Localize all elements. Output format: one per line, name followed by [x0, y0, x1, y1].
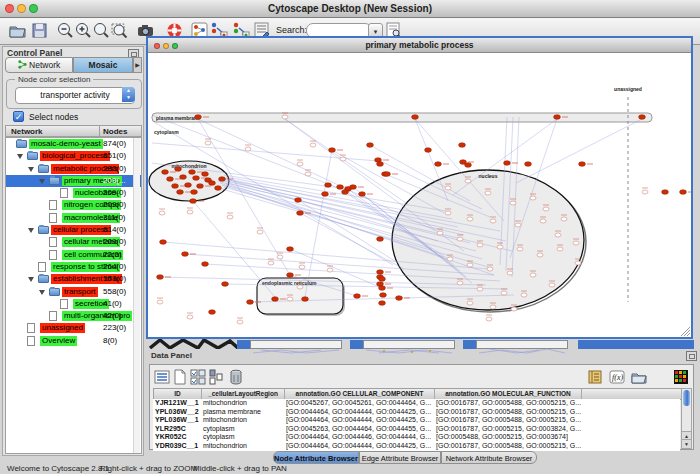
tree-item-count: 558(0) — [103, 287, 126, 297]
table-scrollbar-thumb[interactable] — [683, 390, 690, 406]
background-window-2[interactable] — [237, 340, 250, 349]
table-row[interactable]: YJR121W__1mitochondrion[GO:0045267, GO:0… — [153, 399, 680, 408]
table-cell: YLR295C — [153, 425, 201, 434]
attribute-batch-icon[interactable] — [190, 369, 206, 385]
tab-network[interactable]: Network — [5, 57, 73, 73]
expand-arrow-icon[interactable] — [28, 228, 34, 233]
tree-row[interactable]: biological_process651(0) — [6, 150, 141, 162]
expand-arrow-icon[interactable] — [28, 167, 34, 172]
expand-arrow-icon[interactable] — [39, 290, 45, 295]
tree-row[interactable]: primary metabo209(... — [6, 175, 141, 187]
save-session-icon[interactable] — [30, 21, 49, 40]
tree-item-count: 874(0) — [103, 139, 126, 149]
delete-attribute-icon[interactable] — [228, 369, 244, 385]
tab-edge-attribute-browser[interactable]: Edge Attribute Browser — [359, 451, 441, 464]
tree-row[interactable]: nitrogen compo209(0) — [6, 199, 141, 211]
table-row[interactable]: YLR295Ccytoplasm[GO:0045263, GO:0044464,… — [153, 425, 680, 434]
background-window-4[interactable] — [463, 340, 476, 349]
tree-row[interactable]: unassigned223(0) — [6, 322, 141, 334]
table-cell: [GO:0016787, GO:0005488, GO:0005215, G..… — [434, 442, 581, 451]
tree-row[interactable]: cellular process614(0) — [6, 224, 141, 236]
scroll-down-icon[interactable]: ▼ — [682, 439, 691, 448]
tree-item-count: 209(0) — [103, 200, 126, 210]
zoom-selected-icon[interactable] — [92, 21, 111, 40]
tree-item-count: 22(0) — [103, 250, 122, 260]
table-row[interactable]: YKR052Ccytoplasm[GO:0044464, GO:0044446,… — [153, 433, 680, 442]
table-cell: mitochondrion — [201, 399, 284, 408]
doc-icon — [49, 213, 57, 223]
open-session-icon[interactable] — [8, 21, 27, 40]
background-window-3[interactable] — [350, 340, 363, 349]
tab-mosaic[interactable]: Mosaic — [73, 57, 133, 73]
table-cell: mitochondrion — [201, 442, 284, 451]
tree-row[interactable]: secretion41(0) — [6, 298, 141, 310]
tree-scrollbar[interactable] — [133, 138, 140, 453]
tree-row[interactable]: establishment of lo558(0) — [6, 273, 141, 285]
background-window-1[interactable] — [148, 339, 240, 349]
network-view-window[interactable]: primary metabolic process plasma membran… — [146, 36, 693, 339]
network-window-titlebar[interactable]: primary metabolic process — [148, 38, 691, 53]
column-header[interactable]: ID — [154, 389, 202, 399]
network-close-button[interactable] — [154, 43, 160, 49]
attribute-ledger-icon[interactable] — [587, 369, 603, 385]
network-zoom-button[interactable] — [172, 43, 178, 49]
zoom-in-icon[interactable] — [74, 21, 93, 40]
expand-arrow-icon[interactable] — [28, 277, 34, 282]
dropdown-stepper-icon: ▲▼ — [122, 87, 135, 102]
tab-node-attribute-browser[interactable]: Node Attribute Browser — [273, 451, 359, 464]
import-attributes-icon[interactable] — [631, 369, 647, 385]
attribute-select-icon[interactable] — [154, 369, 170, 385]
formula-icon[interactable]: f(x) — [609, 369, 625, 385]
tree-row[interactable]: Overview8(0) — [6, 335, 141, 347]
tree-row[interactable]: cellular metabo209(0) — [6, 236, 141, 248]
background-window-2-preview[interactable] — [250, 340, 342, 349]
column-header[interactable]: _cellularLayoutRegion — [202, 389, 285, 399]
column-header[interactable]: annotation.GO CELLULAR_COMPONENT — [285, 389, 435, 399]
tree-row[interactable]: macromolecule311(0) — [6, 212, 141, 224]
tab-network-attribute-browser[interactable]: Network Attribute Browser — [441, 451, 537, 464]
status-zoom-hint: Right-click + drag to ZOOM — [100, 464, 197, 473]
tree-row[interactable]: cell communicat22(0) — [6, 249, 141, 261]
data-panel-float-icon[interactable] — [686, 351, 697, 361]
tab-network-label: Network — [29, 60, 60, 70]
tree-item-count: 8(0) — [103, 336, 117, 346]
data-panel: f(x) ID_cellularLayoutRegionannotation.G… — [149, 364, 694, 450]
create-attribute-icon[interactable] — [172, 369, 188, 385]
table-row[interactable]: YDR039C__1mitochondrion[GO:0044464, GO:0… — [153, 442, 680, 451]
tree-row[interactable]: nucleobase-209(0) — [6, 187, 141, 199]
select-nodes-checkbox[interactable]: ✓ — [13, 111, 24, 122]
background-window-3-preview[interactable] — [363, 340, 455, 349]
table-cell: YPL036W__2 — [153, 408, 201, 417]
tree-row[interactable]: response to stimul264(0) — [6, 261, 141, 273]
tree-row[interactable]: mosaic-demo-yeast874(0) — [6, 138, 141, 150]
network-minimize-button[interactable] — [163, 43, 169, 49]
network-tree: mosaic-demo-yeast874(0)biological_proces… — [5, 137, 142, 454]
network-canvas[interactable]: plasma membranecytoplasmmitochondrionnuc… — [148, 53, 691, 337]
attribute-matrix-icon[interactable] — [208, 369, 224, 385]
network-graph[interactable]: plasma membranecytoplasmmitochondrionnuc… — [148, 53, 691, 337]
expand-arrow-icon[interactable] — [39, 179, 45, 184]
table-row[interactable]: YPL036W__1mitochondrion[GO:0044464, GO:0… — [153, 416, 680, 425]
select-nodes-label: Select nodes — [29, 112, 78, 122]
app-titlebar: Cytoscape Desktop (New Session) — [0, 0, 700, 18]
column-header[interactable]: annotation.GO MOLECULAR_FUNCTION — [435, 389, 582, 399]
zoom-fit-icon[interactable] — [110, 21, 129, 40]
table-cell: [GO:0044464, GO:0044446, GO:0044444, G..… — [284, 433, 434, 442]
tree-row[interactable]: metabolic process280(0) — [6, 163, 141, 175]
tree-row[interactable]: multi-organism pro42(0) — [6, 310, 141, 322]
heatmap-icon[interactable] — [673, 369, 689, 385]
tree-row[interactable]: transport558(0) — [6, 286, 141, 298]
zoom-out-icon[interactable] — [56, 21, 75, 40]
expand-arrow-icon[interactable] — [17, 154, 23, 159]
close-window-button[interactable] — [5, 4, 14, 13]
node-color-dropdown[interactable]: transporter activity ▲▼ — [15, 87, 135, 104]
tree-item-label: biological_process — [40, 151, 110, 161]
background-window-5[interactable] — [578, 340, 694, 349]
tab-overflow-arrow-icon[interactable]: ▶ — [133, 57, 142, 73]
table-row[interactable]: YPL036W__2plasma membrane[GO:0044464, GO… — [153, 408, 680, 417]
node-color-selection-label: Node color selection — [15, 75, 93, 84]
background-window-4-preview[interactable] — [476, 340, 568, 349]
table-scrollbar[interactable]: ▲ ▼ — [681, 388, 692, 449]
zoom-window-button[interactable] — [29, 4, 38, 13]
minimize-window-button[interactable] — [17, 4, 26, 13]
